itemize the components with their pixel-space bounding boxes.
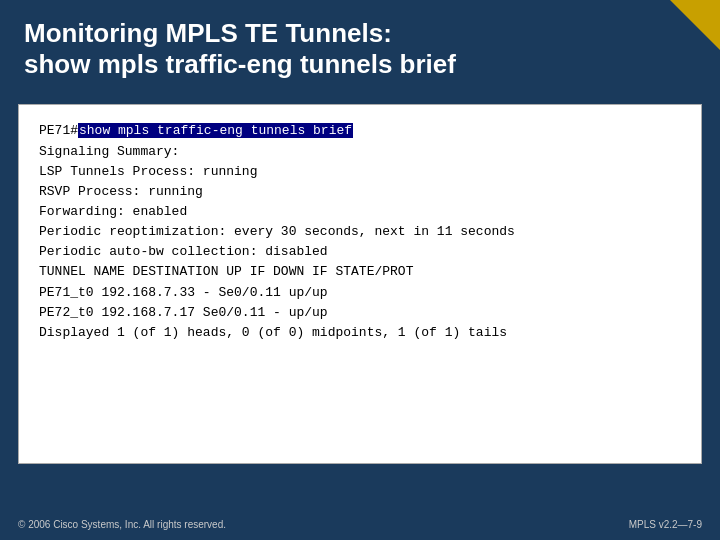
slide-header: Monitoring MPLS TE Tunnels: show mpls tr… <box>0 0 720 94</box>
command-prefix: PE71# <box>39 123 78 138</box>
terminal-line: TUNNEL NAME DESTINATION UP IF DOWN IF ST… <box>39 262 681 282</box>
terminal-line: PE71_t0 192.168.7.33 - Se0/0.11 up/up <box>39 283 681 303</box>
command-text: show mpls traffic-eng tunnels brief <box>78 123 353 138</box>
terminal-line: LSP Tunnels Process: running <box>39 162 681 182</box>
title-line1: Monitoring MPLS TE Tunnels: <box>24 18 696 49</box>
terminal-line: Forwarding: enabled <box>39 202 681 222</box>
terminal-line: RSVP Process: running <box>39 182 681 202</box>
terminal-line: Periodic auto-bw collection: disabled <box>39 242 681 262</box>
content-panel: PE71#show mpls traffic-eng tunnels brief… <box>18 104 702 464</box>
title-line2: show mpls traffic-eng tunnels brief <box>24 49 696 80</box>
command-line: PE71#show mpls traffic-eng tunnels brief <box>39 121 681 141</box>
terminal-line: Displayed 1 (of 1) heads, 0 (of 0) midpo… <box>39 323 681 343</box>
terminal-line: PE72_t0 192.168.7.17 Se0/0.11 - up/up <box>39 303 681 323</box>
slide-footer: © 2006 Cisco Systems, Inc. All rights re… <box>0 508 720 540</box>
terminal-lines: Signaling Summary: LSP Tunnels Process: … <box>39 142 681 343</box>
terminal-line: Signaling Summary: <box>39 142 681 162</box>
version-text: MPLS v2.2—7-9 <box>629 519 702 530</box>
copyright-text: © 2006 Cisco Systems, Inc. All rights re… <box>18 519 226 530</box>
terminal-line: Periodic reoptimization: every 30 second… <box>39 222 681 242</box>
terminal-output: PE71#show mpls traffic-eng tunnels brief… <box>39 121 681 343</box>
